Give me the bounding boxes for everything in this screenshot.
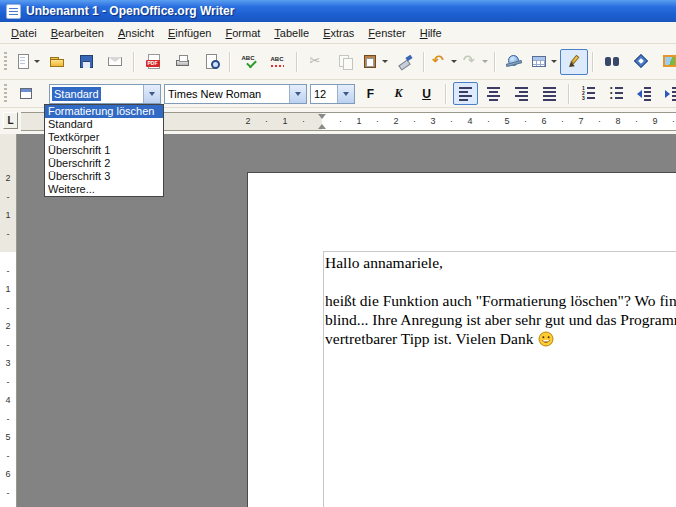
toolbar-separator xyxy=(229,52,231,72)
numbering-on-off-button[interactable] xyxy=(576,82,601,105)
ruler-tick: · xyxy=(598,116,601,126)
new-document-dropdown-arrow[interactable] xyxy=(34,60,40,63)
justify-button[interactable] xyxy=(537,82,562,105)
indent-marker[interactable] xyxy=(317,113,327,130)
font-size-combobox[interactable]: 12 xyxy=(310,84,355,104)
style-option--berschrift-2[interactable]: Überschrift 2 xyxy=(45,157,163,170)
doc-line[interactable]: vertretbarer Tipp ist. Vielen Dank xyxy=(325,329,676,348)
open-icon xyxy=(49,53,66,70)
menu-tabelle[interactable]: Tabelle xyxy=(267,24,316,42)
ruler-number: 8 xyxy=(615,116,620,126)
spellcheck-icon xyxy=(241,53,258,70)
print-button[interactable] xyxy=(168,49,196,75)
navigator-button[interactable] xyxy=(627,49,655,75)
navigator-icon xyxy=(633,53,650,70)
doc-line[interactable]: Hallo annamariele, xyxy=(325,253,676,272)
export-pdf-button[interactable] xyxy=(139,49,167,75)
auto-spellcheck-button[interactable] xyxy=(264,49,292,75)
menu-extras[interactable]: Extras xyxy=(316,24,361,42)
redo-button xyxy=(460,49,490,75)
menu-hilfe[interactable]: Hilfe xyxy=(413,24,449,42)
vertical-ruler[interactable]: 1-2-3-4-5-6--1-2- xyxy=(0,134,17,507)
ruler-number: 1 xyxy=(5,284,10,294)
ruler-number: 1 xyxy=(5,210,10,220)
bullets-on-off-button[interactable] xyxy=(604,82,629,105)
spellcheck-button[interactable] xyxy=(235,49,263,75)
new-document-button[interactable] xyxy=(12,49,42,75)
draw-functions-button[interactable] xyxy=(560,49,588,75)
menu-einfgen[interactable]: Einfügen xyxy=(161,24,218,42)
style-option--berschrift-3[interactable]: Überschrift 3 xyxy=(45,170,163,183)
bold-button[interactable]: F xyxy=(358,82,383,105)
toolbar-grip[interactable] xyxy=(4,84,7,104)
toolbar-separator xyxy=(494,52,496,72)
document-text[interactable]: Hallo annamariele, heißt die Funktion au… xyxy=(325,253,676,348)
menu-bearbeiten[interactable]: Bearbeiten xyxy=(44,24,111,42)
ruler-tick: - xyxy=(7,192,10,202)
menu-fenster[interactable]: Fenster xyxy=(361,24,412,42)
gallery-icon xyxy=(662,53,676,70)
style-option-textk-rper[interactable]: Textkörper xyxy=(45,131,163,144)
paste-dropdown-arrow[interactable] xyxy=(382,60,388,63)
ruler-number: 3 xyxy=(430,116,435,126)
doc-line[interactable]: blind... Ihre Anregung ist aber sehr gut… xyxy=(325,310,676,329)
menu-datei[interactable]: Datei xyxy=(4,24,44,42)
format-paintbrush-button[interactable] xyxy=(391,49,419,75)
style-option--berschrift-1[interactable]: Überschrift 1 xyxy=(45,144,163,157)
ruler-number: 1 xyxy=(282,116,287,126)
decrease-indent-button[interactable] xyxy=(632,82,657,105)
underline-button[interactable]: U xyxy=(414,82,439,105)
font-name-combobox[interactable]: Times New Roman xyxy=(164,84,307,104)
redo-dropdown-arrow[interactable] xyxy=(482,60,488,63)
table-dropdown-arrow[interactable] xyxy=(551,60,557,63)
ruler-tick: · xyxy=(376,116,379,126)
format-paintbrush-icon xyxy=(397,53,414,70)
ruler-number: 2 xyxy=(5,321,10,331)
paragraph-style-combobox[interactable]: Standard xyxy=(49,84,161,104)
styles-window-icon xyxy=(18,85,35,102)
bold-icon: F xyxy=(362,85,379,102)
toolbar-grip[interactable] xyxy=(4,52,7,72)
gallery-button[interactable] xyxy=(656,49,676,75)
italic-button[interactable]: K xyxy=(386,82,411,105)
copy-button xyxy=(331,49,359,75)
ruler-tick: - xyxy=(7,377,10,387)
align-center-button[interactable] xyxy=(481,82,506,105)
undo-dropdown-arrow[interactable] xyxy=(451,60,457,63)
table-button[interactable] xyxy=(529,49,559,75)
decrease-indent-icon xyxy=(636,85,653,102)
ruler-tick: · xyxy=(524,116,527,126)
style-option-formatierung-l-schen[interactable]: Formatierung löschen xyxy=(45,105,163,118)
ruler-tick: · xyxy=(450,116,453,126)
ruler-number: 7 xyxy=(578,116,583,126)
style-option-weitere-[interactable]: Weitere... xyxy=(45,183,163,196)
paste-button[interactable] xyxy=(360,49,390,75)
paragraph-style-dropdown-button[interactable] xyxy=(143,85,160,103)
ruler-number: 2 xyxy=(5,173,10,183)
increase-indent-button[interactable] xyxy=(660,82,676,105)
find-replace-button[interactable] xyxy=(598,49,626,75)
save-button[interactable] xyxy=(72,49,100,75)
cut-icon xyxy=(308,53,325,70)
ruler-tick: · xyxy=(672,116,675,126)
document-as-email-button[interactable] xyxy=(101,49,129,75)
doc-line[interactable]: heißt die Funktion auch "Formatierung lö… xyxy=(325,291,676,310)
tab-stop-selector[interactable]: L xyxy=(3,112,18,129)
align-right-button[interactable] xyxy=(509,82,534,105)
menu-format[interactable]: Format xyxy=(218,24,267,42)
font-size-dropdown-button[interactable] xyxy=(337,85,354,103)
font-name-dropdown-button[interactable] xyxy=(289,85,306,103)
align-left-button[interactable] xyxy=(453,82,478,105)
undo-button[interactable] xyxy=(429,49,459,75)
document-page[interactable]: Hallo annamariele, heißt die Funktion au… xyxy=(247,172,676,507)
title-bar[interactable]: Unbenannt 1 - OpenOffice.org Writer xyxy=(0,0,676,22)
open-button[interactable] xyxy=(43,49,71,75)
ruler-number: 6 xyxy=(541,116,546,126)
style-option-standard[interactable]: Standard xyxy=(45,118,163,131)
doc-line[interactable] xyxy=(325,272,676,291)
hyperlink-button[interactable] xyxy=(500,49,528,75)
menu-ansicht[interactable]: Ansicht xyxy=(111,24,161,42)
styles-window-button[interactable] xyxy=(14,82,39,105)
ruler-tick: - xyxy=(7,414,10,424)
page-preview-button[interactable] xyxy=(197,49,225,75)
